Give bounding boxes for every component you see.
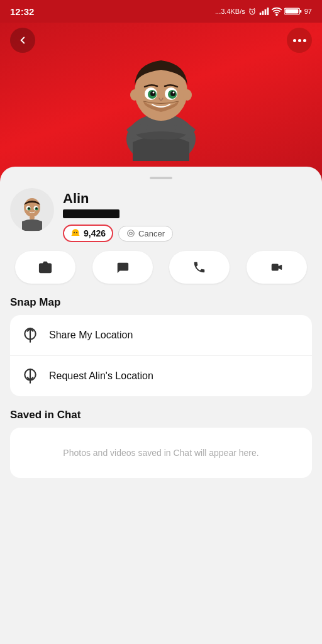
score-icon [70, 228, 80, 238]
status-time: 12:32 [10, 6, 34, 17]
username-redacted [63, 209, 119, 218]
video-button[interactable] [247, 251, 307, 284]
svg-point-13 [183, 89, 192, 101]
bitmoji-illustration [98, 29, 224, 161]
share-location-icon [20, 325, 40, 345]
svg-rect-7 [299, 10, 301, 13]
zodiac-badge[interactable]: Cancer [118, 226, 173, 242]
back-button[interactable] [10, 28, 35, 53]
svg-point-28 [28, 207, 30, 209]
phone-icon [192, 260, 206, 274]
request-location-option[interactable]: Request Alin's Location [10, 356, 312, 396]
chat-button[interactable] [92, 251, 153, 284]
svg-point-33 [128, 230, 135, 237]
saved-empty-message: Photos and videos saved in Chat will app… [63, 448, 258, 458]
svg-point-21 [173, 92, 175, 94]
svg-rect-4 [267, 8, 269, 15]
svg-point-29 [35, 207, 37, 209]
alarm-icon [248, 7, 257, 16]
request-location-icon [20, 366, 40, 386]
badges-row: 9,426 Cancer [63, 225, 312, 242]
request-location-label: Request Alin's Location [49, 370, 153, 382]
svg-point-12 [130, 89, 139, 101]
avatar [10, 188, 54, 232]
avatar-image [12, 190, 53, 231]
network-text: ...3.4KB/s [215, 8, 245, 15]
share-location-option[interactable]: Share My Location [10, 315, 312, 356]
drag-handle [150, 177, 172, 179]
status-icons: ...3.4KB/s 97 [215, 7, 312, 16]
zodiac-label: Cancer [138, 229, 165, 238]
actions-row [10, 251, 312, 284]
camera-icon [38, 260, 52, 274]
dot3 [303, 39, 306, 42]
svg-point-20 [153, 92, 155, 94]
snap-map-title: Snap Map [10, 296, 312, 309]
profile-info: Alin 9,426 [63, 188, 312, 242]
battery-icon [284, 7, 302, 16]
svg-point-35 [43, 265, 48, 270]
video-icon [270, 260, 284, 274]
svg-rect-8 [285, 9, 298, 14]
svg-rect-1 [259, 13, 261, 15]
back-icon [17, 35, 28, 46]
more-button[interactable] [287, 28, 312, 53]
svg-point-31 [74, 232, 75, 233]
dot2 [298, 39, 301, 42]
chat-icon [116, 260, 130, 274]
share-location-label: Share My Location [49, 330, 133, 341]
battery-text: 97 [304, 8, 312, 15]
svg-point-5 [276, 14, 277, 15]
score-value: 9,426 [84, 228, 106, 238]
svg-rect-3 [264, 9, 266, 15]
signal-icon [259, 7, 269, 16]
svg-rect-30 [30, 216, 35, 219]
profile-name: Alin [63, 191, 312, 207]
svg-rect-2 [262, 11, 264, 15]
svg-point-32 [76, 232, 77, 233]
zodiac-icon [126, 229, 135, 238]
profile-section: Alin 9,426 [10, 188, 312, 242]
saved-chat-card: Photos and videos saved in Chat will app… [10, 428, 312, 478]
call-button[interactable] [169, 251, 230, 284]
wifi-icon [272, 7, 282, 16]
score-badge[interactable]: 9,426 [63, 225, 113, 242]
snap-map-card: Share My Location Request Alin's Locatio… [10, 315, 312, 396]
bitmoji-avatar [92, 23, 230, 167]
status-bar: 12:32 ...3.4KB/s 97 [0, 0, 322, 23]
saved-chat-title: Saved in Chat [10, 409, 312, 421]
dot1 [293, 39, 296, 42]
camera-button[interactable] [15, 251, 75, 284]
content-card: Alin 9,426 [0, 167, 322, 644]
